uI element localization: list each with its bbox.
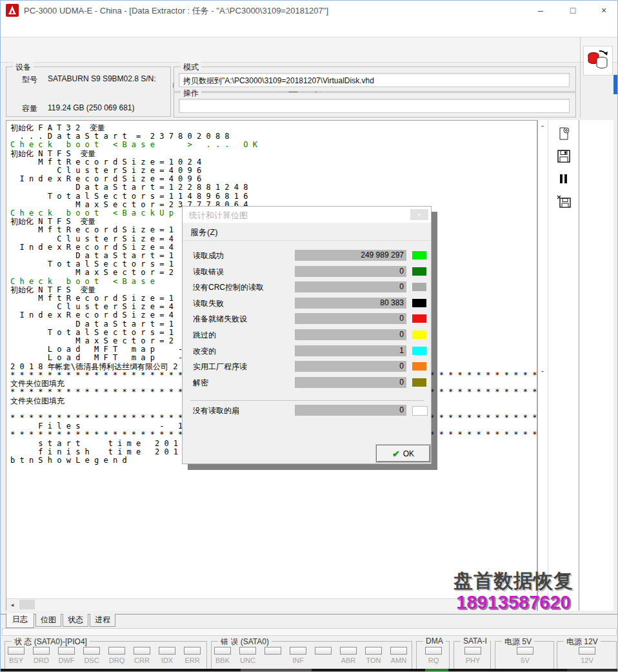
- led-label: ERR: [183, 657, 201, 664]
- led-blank: [314, 647, 332, 657]
- stat-label: 实用工厂程序读: [193, 361, 247, 372]
- led-label: 5V: [516, 657, 534, 664]
- led-label: UNC: [239, 657, 257, 664]
- tab-日志[interactable]: 日志: [6, 613, 34, 628]
- side-doc-gear-icon[interactable]: [554, 125, 573, 142]
- model-label: 型号: [22, 74, 37, 85]
- led-label: DRQ: [108, 657, 126, 664]
- minimize-button[interactable]: –: [527, 1, 554, 20]
- scrollbar-thumb[interactable]: [19, 600, 35, 609]
- dialog-row: 准备就绪失败设0: [183, 312, 431, 327]
- led-indicator: [579, 647, 595, 655]
- stat-color-swatch: [412, 331, 426, 339]
- splitter-strip[interactable]: - -: [537, 120, 548, 611]
- led-indicator: [464, 647, 481, 655]
- stat-label: 读取成功: [193, 250, 224, 261]
- led-label: ABR: [339, 657, 357, 664]
- led-group-5: 电源 12V12V: [557, 641, 617, 669]
- title-bar: PC-3000 UDMA-E - China - [Data Extractor…: [1, 1, 618, 20]
- mode-value-field: 拷贝数据到"A:\PC3000\3109=20181207\VirtualDis…: [179, 73, 570, 87]
- stat-value-bar: 0: [295, 377, 406, 388]
- led-indicator: [159, 647, 175, 655]
- led-indicator: [214, 647, 231, 655]
- led-PHY: PHY: [464, 647, 482, 664]
- led-indicator: [134, 647, 150, 655]
- side-save-add-icon[interactable]: [554, 193, 573, 210]
- led-ERR: ERR: [183, 647, 201, 664]
- stat-label: 准备就绪失败设: [193, 314, 247, 325]
- dialog-title-bar: 统计和计算位图 ×: [183, 207, 431, 223]
- side-pause-bars-icon[interactable]: [554, 170, 573, 187]
- led-indicator: [425, 647, 442, 655]
- log-line: D a t a S t a r t = 1 2 2 8 8 1 2 4 8: [10, 183, 537, 192]
- led-label: DWF: [57, 657, 75, 664]
- close-button[interactable]: ×: [590, 1, 617, 20]
- led-label: CRR: [133, 657, 151, 664]
- watermark: 盘首数据恢复 18913587620: [444, 568, 583, 613]
- led-indicator: [83, 647, 100, 655]
- dialog-title: 统计和计算位图: [189, 210, 248, 221]
- led-group-title: 电源 5V: [502, 636, 534, 647]
- stat-label: 读取失败: [193, 298, 224, 309]
- led-RQ: RQ: [424, 647, 443, 664]
- led-IDX: IDX: [158, 647, 176, 664]
- stat-value-bar: 0: [295, 313, 406, 324]
- led-INF: INF: [289, 647, 307, 664]
- menu-bar: PC-3000选项服务窗口帮助(Z) _ x: [1, 20, 618, 37]
- led-indicator: [517, 647, 533, 655]
- led-group-title: 状 态 (SATA0)-[PIO4]: [12, 636, 90, 647]
- led-indicator: [365, 647, 382, 655]
- scroll-left-icon[interactable]: ◄: [6, 600, 18, 610]
- stat-color-swatch: [412, 299, 426, 307]
- led-indicator: [33, 647, 50, 655]
- watermark-line2: 18913587620: [444, 592, 583, 613]
- watermark-line1: 盘首数据恢复: [444, 568, 583, 595]
- stat-color-swatch: [412, 314, 426, 323]
- stat-color-swatch: [412, 283, 426, 291]
- tab-位图[interactable]: 位图: [35, 614, 61, 627]
- log-line: T o t a l S e c t o r s = 1 1 4 8 9 6 8 …: [10, 192, 537, 201]
- stat-value-bar: 249 989 297: [295, 250, 406, 261]
- led-AMN: AMN: [390, 647, 408, 664]
- disk-copy-button[interactable]: [583, 46, 613, 76]
- stat-color-swatch: [412, 251, 426, 260]
- led-DWF: DWF: [57, 647, 75, 664]
- led-indicator: [58, 647, 75, 655]
- operation-panel-title: 操作: [181, 88, 201, 99]
- led-group-title: 错 误 (SATA0): [218, 636, 272, 647]
- tab-进程[interactable]: 进程: [90, 614, 115, 627]
- log-line: 初始化 N T F S 变量: [10, 150, 537, 158]
- stat-color-swatch: [412, 406, 428, 416]
- dialog-footer-row: 没有读取的扇 0: [183, 404, 431, 418]
- stat-label: 读取错误: [193, 267, 224, 278]
- app-logo-icon: [6, 4, 19, 17]
- ok-button[interactable]: ✔ OK: [376, 445, 430, 462]
- splitter-collapse-mid[interactable]: -: [541, 367, 544, 376]
- capacity-label: 容量: [22, 103, 37, 114]
- operation-value-field: [179, 99, 570, 113]
- stat-color-swatch: [412, 347, 426, 355]
- panel-divider: [580, 37, 581, 118]
- stat-label: 没有读取的扇: [193, 405, 239, 416]
- tab-状态[interactable]: 状态: [63, 614, 88, 627]
- statistics-dialog: 统计和计算位图 × 服务(Z) 读取成功249 989 297读取错误0没有CR…: [182, 206, 432, 464]
- led-label: BBK: [214, 657, 232, 664]
- led-label: DSC: [83, 657, 101, 664]
- led-indicator: [264, 647, 281, 655]
- dialog-close-icon[interactable]: ×: [410, 209, 428, 220]
- stat-value-bar: 0: [295, 361, 406, 372]
- dialog-separator: [183, 240, 431, 241]
- maximize-button[interactable]: □: [559, 1, 586, 20]
- window-title: PC-3000 UDMA-E - China - [Data Extractor…: [24, 5, 328, 17]
- led-group-title: 电源 12V: [564, 636, 601, 647]
- stat-value-bar: 0: [295, 329, 406, 340]
- status-line: [2, 628, 617, 636]
- led-indicator: [340, 647, 357, 655]
- dialog-menu-service[interactable]: 服务(Z): [190, 227, 218, 238]
- stat-label: 解密: [193, 378, 208, 389]
- led-group-0: 状 态 (SATA0)-[PIO4]BSYDRDDWFDSCDRQCRRIDXE…: [5, 641, 207, 669]
- led-UNC: UNC: [239, 647, 257, 664]
- side-save-icon[interactable]: [554, 148, 573, 165]
- splitter-collapse-top[interactable]: -: [541, 121, 544, 130]
- led-CRR: CRR: [133, 647, 151, 664]
